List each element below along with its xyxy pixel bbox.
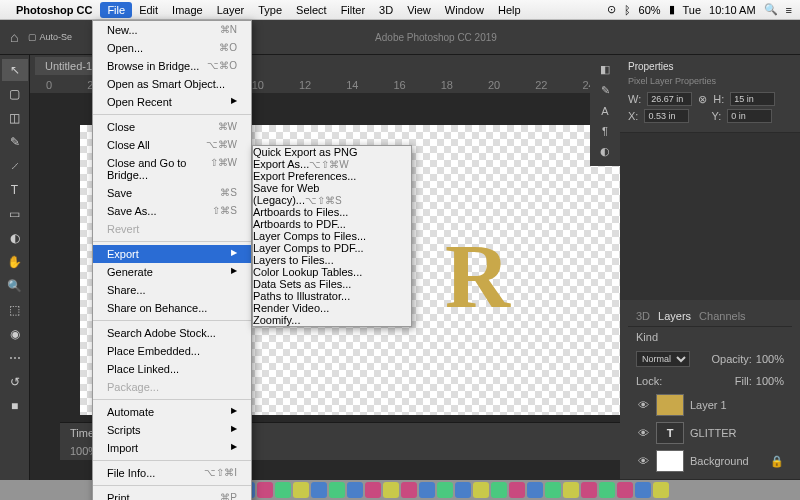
tool-0[interactable]: ↖ bbox=[2, 59, 28, 81]
layer-row[interactable]: 👁TGLITTER bbox=[628, 419, 792, 447]
menu-item-share-[interactable]: Share... bbox=[93, 281, 251, 299]
dock-app-8[interactable] bbox=[275, 482, 291, 498]
tool-13[interactable]: ↺ bbox=[2, 371, 28, 393]
dock-app-7[interactable] bbox=[257, 482, 273, 498]
dock-app-27[interactable] bbox=[617, 482, 633, 498]
tool-12[interactable]: ⋯ bbox=[2, 347, 28, 369]
tool-11[interactable]: ◉ bbox=[2, 323, 28, 345]
tab-layers[interactable]: Layers bbox=[658, 310, 691, 322]
menu-item-close-all[interactable]: Close All⌥⌘W bbox=[93, 136, 251, 154]
dock-app-24[interactable] bbox=[563, 482, 579, 498]
menu-item-paths-to-illustrator-[interactable]: Paths to Illustrator... bbox=[253, 290, 411, 302]
tool-8[interactable]: ✋ bbox=[2, 251, 28, 273]
panel-icon[interactable]: ✎ bbox=[601, 84, 610, 97]
tool-1[interactable]: ▢ bbox=[2, 83, 28, 105]
menu-image[interactable]: Image bbox=[165, 2, 210, 18]
menu-layer[interactable]: Layer bbox=[210, 2, 252, 18]
dock-app-22[interactable] bbox=[527, 482, 543, 498]
dock-app-19[interactable] bbox=[473, 482, 489, 498]
panel-icon[interactable]: ¶ bbox=[602, 125, 608, 137]
visibility-icon[interactable]: 👁 bbox=[636, 427, 650, 439]
menu-filter[interactable]: Filter bbox=[334, 2, 372, 18]
menu-item-open-as-smart-object-[interactable]: Open as Smart Object... bbox=[93, 75, 251, 93]
menu-window[interactable]: Window bbox=[438, 2, 491, 18]
tool-3[interactable]: ✎ bbox=[2, 131, 28, 153]
menu-item-file-info-[interactable]: File Info...⌥⇧⌘I bbox=[93, 464, 251, 482]
menu-select[interactable]: Select bbox=[289, 2, 334, 18]
wifi-icon[interactable]: ⊙ bbox=[607, 3, 616, 16]
menu-item-export-as-[interactable]: Export As...⌥⇧⌘W bbox=[253, 158, 411, 170]
tool-5[interactable]: T bbox=[2, 179, 28, 201]
dock-app-13[interactable] bbox=[365, 482, 381, 498]
tab-channels[interactable]: Channels bbox=[699, 310, 745, 322]
height-input[interactable] bbox=[730, 92, 775, 106]
dock-app-23[interactable] bbox=[545, 482, 561, 498]
home-icon[interactable]: ⌂ bbox=[10, 29, 18, 45]
menu-item-save-as-[interactable]: Save As...⇧⌘S bbox=[93, 202, 251, 220]
menu-type[interactable]: Type bbox=[251, 2, 289, 18]
menu-item-close[interactable]: Close⌘W bbox=[93, 118, 251, 136]
dock-app-10[interactable] bbox=[311, 482, 327, 498]
y-input[interactable] bbox=[727, 109, 772, 123]
tool-6[interactable]: ▭ bbox=[2, 203, 28, 225]
panel-icon[interactable]: ◐ bbox=[600, 145, 610, 158]
menu-item-browse-in-bridge-[interactable]: Browse in Bridge...⌥⌘O bbox=[93, 57, 251, 75]
dock-app-9[interactable] bbox=[293, 482, 309, 498]
tool-14[interactable]: ■ bbox=[2, 395, 28, 417]
dock-app-15[interactable] bbox=[401, 482, 417, 498]
menu-item-save[interactable]: Save⌘S bbox=[93, 184, 251, 202]
tool-10[interactable]: ⬚ bbox=[2, 299, 28, 321]
menu-file[interactable]: File bbox=[100, 2, 132, 18]
x-input[interactable] bbox=[644, 109, 689, 123]
tool-4[interactable]: ⟋ bbox=[2, 155, 28, 177]
menu-help[interactable]: Help bbox=[491, 2, 528, 18]
spotlight-icon[interactable]: 🔍 bbox=[764, 3, 778, 16]
visibility-icon[interactable]: 👁 bbox=[636, 399, 650, 411]
auto-select[interactable]: ▢ Auto-Se bbox=[28, 32, 72, 42]
opacity-value[interactable]: 100% bbox=[756, 353, 784, 365]
menu-item-open-recent[interactable]: Open Recent bbox=[93, 93, 251, 111]
menu-item-share-on-behance-[interactable]: Share on Behance... bbox=[93, 299, 251, 317]
dock-app-28[interactable] bbox=[635, 482, 651, 498]
menu-3d[interactable]: 3D bbox=[372, 2, 400, 18]
menu-item-quick-export-as-png[interactable]: Quick Export as PNG bbox=[253, 146, 411, 158]
tool-2[interactable]: ◫ bbox=[2, 107, 28, 129]
menu-item-new-[interactable]: New...⌘N bbox=[93, 21, 251, 39]
layer-row[interactable]: 👁Layer 1 bbox=[628, 391, 792, 419]
menu-item-layers-to-files-[interactable]: Layers to Files... bbox=[253, 254, 411, 266]
menu-edit[interactable]: Edit bbox=[132, 2, 165, 18]
menu-item-zoomify-[interactable]: Zoomify... bbox=[253, 314, 411, 326]
menu-item-export-preferences-[interactable]: Export Preferences... bbox=[253, 170, 411, 182]
bluetooth-icon[interactable]: ᛒ bbox=[624, 4, 631, 16]
visibility-icon[interactable]: 👁 bbox=[636, 455, 650, 467]
dock-app-16[interactable] bbox=[419, 482, 435, 498]
menu-item-close-and-go-to-bridge-[interactable]: Close and Go to Bridge...⇧⌘W bbox=[93, 154, 251, 184]
dock-app-12[interactable] bbox=[347, 482, 363, 498]
dock-app-17[interactable] bbox=[437, 482, 453, 498]
menu-item-place-embedded-[interactable]: Place Embedded... bbox=[93, 342, 251, 360]
menu-item-color-lookup-tables-[interactable]: Color Lookup Tables... bbox=[253, 266, 411, 278]
menu-item-print-[interactable]: Print...⌘P bbox=[93, 489, 251, 500]
layer-row[interactable]: 👁Background🔒 bbox=[628, 447, 792, 475]
menu-view[interactable]: View bbox=[400, 2, 438, 18]
dock-app-20[interactable] bbox=[491, 482, 507, 498]
menu-item-automate[interactable]: Automate bbox=[93, 403, 251, 421]
fill-value[interactable]: 100% bbox=[756, 375, 784, 387]
tool-9[interactable]: 🔍 bbox=[2, 275, 28, 297]
tab-3d[interactable]: 3D bbox=[636, 310, 650, 322]
link-icon[interactable]: ⊗ bbox=[698, 93, 707, 106]
blend-mode-select[interactable]: Normal bbox=[636, 351, 690, 367]
panel-icon[interactable]: ◧ bbox=[600, 63, 610, 76]
tool-7[interactable]: ◐ bbox=[2, 227, 28, 249]
dock-app-25[interactable] bbox=[581, 482, 597, 498]
dock-app-11[interactable] bbox=[329, 482, 345, 498]
dock-app-21[interactable] bbox=[509, 482, 525, 498]
menu-item-generate[interactable]: Generate bbox=[93, 263, 251, 281]
dock-app-26[interactable] bbox=[599, 482, 615, 498]
menu-item-save-for-web-legacy-[interactable]: Save for Web (Legacy)...⌥⇧⌘S bbox=[253, 182, 411, 206]
dock-app-18[interactable] bbox=[455, 482, 471, 498]
menu-item-search-adobe-stock-[interactable]: Search Adobe Stock... bbox=[93, 324, 251, 342]
menu-item-open-[interactable]: Open...⌘O bbox=[93, 39, 251, 57]
menu-item-export[interactable]: Export bbox=[93, 245, 251, 263]
menu-item-scripts[interactable]: Scripts bbox=[93, 421, 251, 439]
